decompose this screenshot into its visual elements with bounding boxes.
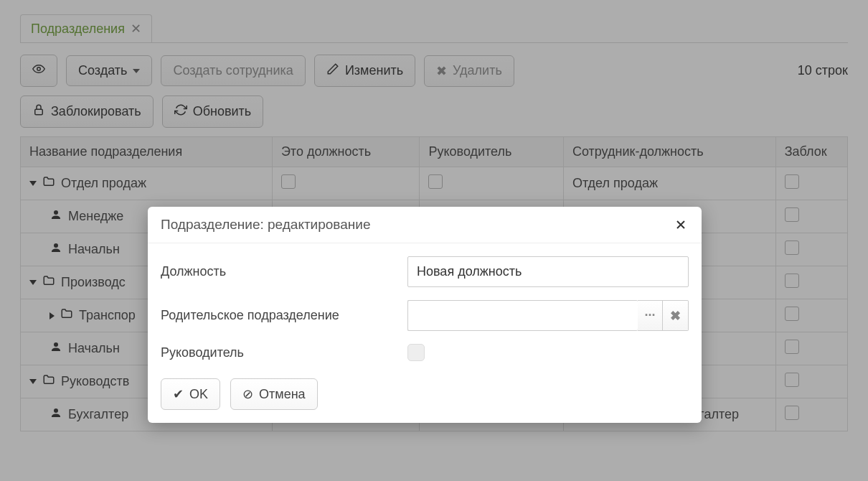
cancel-icon: ⊘ [242,386,253,402]
check-icon: ✔ [173,386,184,402]
label-head: Руководитель [161,345,397,360]
x-icon: ✖ [670,308,681,324]
lookup-open-button[interactable]: ··· [638,300,664,331]
parent-input[interactable] [407,300,638,331]
ok-label: OK [189,387,208,402]
modal-title: Подразделение: редактирование [161,217,370,233]
label-parent: Родительское подразделение [161,308,397,323]
cancel-button[interactable]: ⊘ Отмена [230,378,318,410]
head-toggle[interactable] [407,344,425,361]
lookup-clear-button[interactable]: ✖ [663,300,689,331]
ellipsis-icon: ··· [645,308,656,323]
edit-department-modal: Подразделение: редактирование Должность … [148,207,702,423]
modal-close-button[interactable] [673,217,689,233]
label-position: Должность [161,264,397,279]
position-input[interactable] [407,256,689,287]
ok-button[interactable]: ✔ OK [161,378,220,410]
cancel-label: Отмена [259,387,306,402]
